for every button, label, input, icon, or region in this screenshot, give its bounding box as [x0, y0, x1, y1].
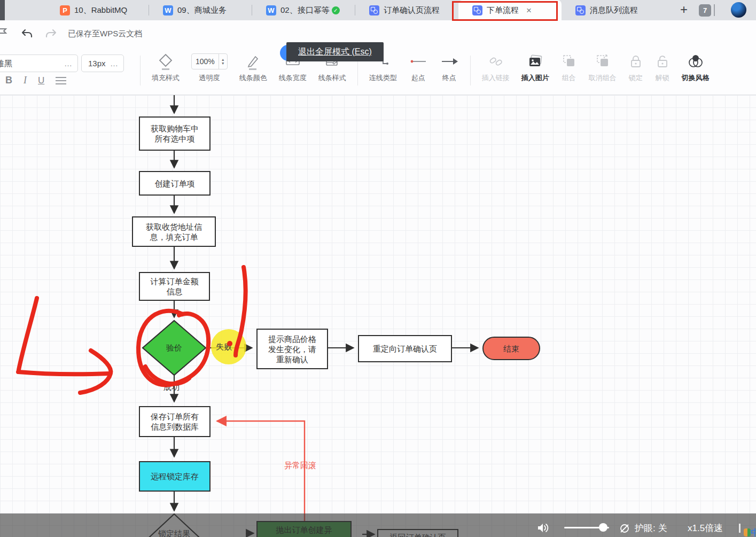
red-annotation-arrow — [19, 298, 37, 370]
align-icon[interactable] — [56, 77, 66, 84]
ungroup-button[interactable]: 取消组合 — [583, 51, 622, 83]
font-family-more: … — [64, 55, 73, 72]
red-annotation-arrowhead — [80, 351, 111, 393]
tab-count-badge[interactable]: 7 — [699, 4, 711, 17]
line-end-button[interactable]: 终点 — [434, 51, 465, 83]
exit-fullscreen-tooltip: 退出全屏模式 (Esc) — [286, 42, 384, 61]
tab-label: 10、RabbitMQ — [74, 5, 127, 15]
undo-icon[interactable] — [20, 27, 34, 41]
toolbar-divider — [470, 56, 471, 85]
group-button[interactable]: 组合 — [555, 51, 583, 83]
insert-link-button[interactable]: 插入链接 — [476, 51, 516, 83]
node-get-address[interactable]: 获取收货地址信 息，填充订单 — [132, 216, 216, 247]
flag-icon[interactable] — [0, 27, 10, 41]
shield-check-icon: ✓ — [332, 6, 340, 14]
partial-logo: 中 — [744, 527, 756, 537]
node-end[interactable]: 结束 — [482, 337, 540, 360]
app-window: P 10、RabbitMQ W 09、商城业务 W 02、接口幂等 ✓ 订单确认… — [0, 0, 756, 537]
line-color-button[interactable]: 线条颜色 — [233, 51, 273, 83]
insert-image-button[interactable]: 插入图片 — [516, 51, 555, 83]
browser-tab-bar: P 10、RabbitMQ W 09、商城业务 W 02、接口幂等 ✓ 订单确认… — [0, 0, 756, 20]
volume-slider-knob[interactable] — [599, 523, 607, 532]
logo-blob — [744, 528, 751, 536]
flowchart-doc-icon — [575, 5, 586, 15]
playback-speed[interactable]: x1.5倍速 — [688, 522, 723, 534]
toolbar-divider — [140, 56, 141, 85]
font-size-select[interactable]: 13px … — [81, 55, 124, 72]
close-icon[interactable]: × — [526, 6, 532, 15]
avatar[interactable] — [731, 2, 746, 18]
node-get-cart-items[interactable]: 获取购物车中 所有选中项 — [139, 116, 211, 151]
italic-button[interactable]: I — [24, 75, 27, 86]
tab-label: 下单流程 — [487, 5, 519, 15]
line-start-button[interactable]: 起点 — [403, 51, 434, 83]
tab-message-queue-flow[interactable]: 消息队列流程 — [562, 0, 665, 20]
logo-char: 中 — [751, 527, 756, 537]
lock-icon — [628, 51, 643, 72]
group-icon — [561, 51, 577, 72]
node-create-order-item[interactable]: 创建订单项 — [139, 171, 211, 196]
lock-button[interactable]: 锁定 — [622, 51, 649, 83]
eye-protect-status[interactable]: 护眼: 关 — [635, 522, 667, 534]
opacity-control[interactable]: 100% ▲▼ 透明度 — [185, 51, 233, 83]
flowchart-doc-icon — [472, 5, 482, 15]
node-redirect-confirm-page[interactable]: 重定向订单确认页 — [358, 335, 452, 362]
tab-count-divider — [714, 4, 715, 16]
tab-api-idempotent[interactable]: W 02、接口幂等 ✓ — [252, 0, 355, 20]
line-start-icon — [409, 51, 428, 72]
node-price-changed-notice[interactable]: 提示商品价格 发生变化，请 重新确认 — [256, 329, 328, 369]
tab-label: 09、商城业务 — [177, 5, 227, 15]
bold-button[interactable]: B — [5, 75, 12, 86]
redo-icon[interactable] — [44, 27, 58, 41]
node-remote-lock-stock[interactable]: 远程锁定库存 — [139, 461, 211, 492]
fill-style-icon — [158, 51, 174, 72]
line-end-icon — [440, 51, 459, 72]
speaker-icon[interactable] — [536, 522, 549, 534]
red-annotation-circle-overlap — [145, 367, 189, 384]
opacity-spinner[interactable]: 100% ▲▼ — [191, 53, 228, 69]
new-tab-button[interactable]: + — [676, 2, 692, 18]
node-save-order-db[interactable]: 保存订单所有 信息到数据库 — [139, 406, 211, 437]
font-size-more: … — [110, 55, 119, 72]
edge-label-success: 成功 — [163, 383, 180, 393]
tab-label: 02、接口幂等 — [280, 5, 330, 15]
style-switch-icon — [687, 51, 704, 72]
wps-presentation-icon: P — [60, 5, 70, 15]
font-family-value: 微软雅黑 — [0, 59, 12, 68]
tab-order-confirm-flow[interactable]: 订单确认页流程 — [355, 0, 458, 20]
tab-shopping-business[interactable]: W 09、商城业务 — [149, 0, 252, 20]
flow-connectors — [174, 95, 478, 534]
font-family-select[interactable]: 微软雅黑 … — [0, 55, 78, 72]
underline-button[interactable]: U — [38, 75, 44, 86]
player-divider — [739, 524, 741, 533]
diamond-label-verify: 验价 — [166, 343, 182, 353]
fill-style-button[interactable]: 填充样式 — [146, 51, 185, 83]
window-corner — [0, 0, 5, 20]
save-status-text: 已保存至WPS云文档 — [68, 29, 142, 39]
unlock-button[interactable]: 解锁 — [649, 51, 676, 83]
unlock-icon — [655, 51, 670, 72]
eye-off-icon[interactable] — [619, 524, 630, 533]
wps-writer-icon: W — [266, 5, 276, 15]
line-color-icon — [245, 51, 261, 72]
edge-label-fail: 失败 — [216, 342, 232, 352]
ungroup-icon — [595, 51, 611, 72]
red-pen-annotations — [0, 95, 756, 537]
spinner-arrows-icon[interactable]: ▲▼ — [219, 54, 227, 69]
opacity-value: 100% — [192, 57, 219, 66]
red-annotation-arrow — [18, 372, 110, 374]
link-icon — [488, 51, 504, 72]
quick-access-bar: 已保存至WPS云文档 退出全屏模式 (Esc) — [0, 20, 756, 47]
node-calc-amount[interactable]: 计算订单金额 信息 — [139, 272, 210, 301]
rollback-connector — [217, 421, 305, 523]
tab-label: 订单确认页流程 — [384, 5, 440, 15]
tab-label: 消息队列流程 — [590, 5, 638, 15]
tab-place-order-flow[interactable]: 下单流程 × — [458, 0, 562, 20]
font-size-value: 13px — [88, 59, 106, 68]
switch-style-button[interactable]: 切换风格 — [676, 51, 715, 83]
diagram-canvas[interactable]: 获取购物车中 所有选中项 创建订单项 获取收货地址信 息，填充订单 计算订单金额… — [0, 95, 756, 537]
wps-writer-icon: W — [163, 5, 173, 15]
image-icon — [527, 51, 544, 72]
tab-rabbitmq[interactable]: P 10、RabbitMQ — [46, 0, 149, 20]
edge-label-rollback: 异常回滚 — [284, 461, 316, 471]
